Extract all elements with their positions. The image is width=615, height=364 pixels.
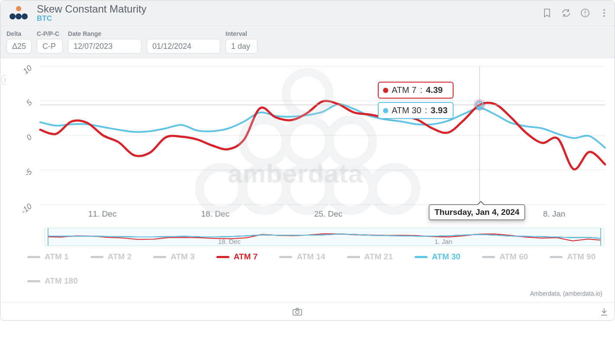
svg-point-3	[22, 13, 28, 19]
legend-item[interactable]: ATM 3	[153, 252, 195, 262]
svg-point-1	[10, 13, 16, 19]
svg-text:5: 5	[25, 98, 34, 107]
range-navigator[interactable]: 18. Dec 1. Jan	[45, 228, 604, 246]
legend-label: ATM 14	[296, 252, 325, 262]
svg-point-7	[603, 9, 605, 11]
svg-point-2	[16, 13, 22, 19]
card-footer	[0, 302, 615, 320]
interval-label: Interval	[225, 30, 258, 37]
legend-item[interactable]: ATM 60	[482, 252, 528, 262]
cp-group: C-P/P-C C-P	[37, 30, 63, 54]
tooltip-atm30-value: 3.93	[431, 105, 448, 115]
legend-label: ATM 21	[364, 252, 393, 262]
svg-text:8. Jan: 8. Jan	[543, 209, 566, 218]
legend-item[interactable]: ATM 7	[216, 252, 258, 262]
legend-label: ATM 7	[234, 252, 258, 262]
chart-title: Skew Constant Maturity	[37, 3, 146, 15]
titles: Skew Constant Maturity BTC	[37, 3, 146, 23]
legend-swatch	[415, 256, 428, 258]
series-tooltips: ATM 7: 4.39 ATM 30: 3.93	[378, 82, 454, 119]
svg-point-8	[603, 12, 605, 14]
legend-label: ATM 3	[171, 252, 195, 262]
legend-label: ATM 2	[108, 252, 132, 262]
cp-label: C-P/P-C	[37, 30, 63, 37]
legend: ATM 1ATM 2ATM 3ATM 7ATM 14ATM 21ATM 30AT…	[6, 246, 609, 287]
legend-item[interactable]: ATM 1	[27, 252, 69, 262]
svg-point-29	[477, 106, 482, 110]
svg-point-0	[16, 6, 21, 11]
more-icon[interactable]	[599, 8, 609, 18]
tooltip-atm7: ATM 7: 4.39	[378, 82, 454, 99]
legend-swatch	[27, 280, 40, 282]
svg-text:-5: -5	[23, 167, 34, 178]
card: Skew Constant Maturity BTC Delta Δ25 C-P…	[0, 0, 615, 321]
svg-text:18. Dec: 18. Dec	[201, 209, 229, 218]
legend-swatch	[482, 256, 495, 258]
interval-select[interactable]: 1 day	[225, 39, 258, 54]
legend-item[interactable]: ATM 90	[550, 252, 596, 262]
refresh-icon[interactable]	[561, 8, 571, 18]
tooltip-atm7-value: 4.39	[426, 85, 443, 95]
delta-group: Delta Δ25	[6, 30, 32, 54]
dot-icon	[383, 88, 388, 93]
brand-logo	[6, 3, 31, 22]
delta-label: Delta	[6, 30, 32, 37]
legend-item[interactable]: ATM 30	[415, 252, 460, 262]
svg-text:-10: -10	[19, 202, 34, 216]
svg-text:10: 10	[21, 64, 33, 76]
legend-item[interactable]: ATM 2	[90, 252, 132, 262]
nav-tick: 18. Dec	[218, 238, 241, 245]
legend-swatch	[347, 256, 360, 258]
nav-handle-left[interactable]	[45, 228, 48, 246]
nav-tick: 1. Jan	[435, 238, 452, 245]
bookmark-icon[interactable]	[542, 8, 552, 18]
legend-item[interactable]: ATM 180	[27, 276, 78, 286]
legend-swatch	[279, 256, 292, 258]
date-end-input[interactable]: 01/12/2024	[147, 39, 220, 54]
line-chart[interactable]: -10-5051011. Dec18. Dec25. Dec1. Jan8. J…	[6, 62, 609, 222]
svg-text:25. Dec: 25. Dec	[314, 209, 342, 218]
legend-swatch	[90, 256, 103, 258]
legend-swatch	[216, 256, 229, 258]
tooltip-atm7-label: ATM 7	[392, 85, 416, 95]
legend-label: ATM 1	[45, 252, 69, 262]
svg-text:11. Dec: 11. Dec	[88, 209, 116, 218]
date-start-input[interactable]: 12/07/2023	[68, 39, 142, 54]
controls-row: Delta Δ25 C-P/P-C C-P Date Range 12/07/2…	[0, 26, 615, 58]
legend-item[interactable]: ATM 14	[279, 252, 325, 262]
alert-icon[interactable]	[580, 8, 590, 18]
svg-text:0: 0	[25, 133, 34, 142]
download-button[interactable]	[594, 307, 615, 316]
legend-label: ATM 30	[432, 252, 460, 262]
svg-point-6	[585, 15, 586, 16]
legend-label: ATM 180	[45, 276, 78, 286]
card-header: Skew Constant Maturity BTC	[0, 0, 615, 26]
cp-select[interactable]: C-P	[37, 39, 63, 54]
credits: Amberdata, (amberdata.io)	[6, 287, 609, 300]
legend-label: ATM 90	[567, 252, 596, 262]
screenshot-button[interactable]	[287, 307, 308, 316]
tooltip-date: Thursday, Jan 4, 2024	[429, 204, 525, 220]
chart-area: -10-5051011. Dec18. Dec25. Dec1. Jan8. J…	[0, 58, 615, 302]
legend-swatch	[153, 256, 166, 258]
date-range-group: Date Range 12/07/2023 01/12/2024	[68, 30, 220, 54]
dot-icon	[383, 108, 388, 113]
header-actions	[542, 8, 609, 18]
legend-label: ATM 60	[499, 252, 528, 262]
nav-handle-right[interactable]	[600, 228, 604, 246]
chart-subtitle: BTC	[37, 14, 146, 23]
tooltip-atm30: ATM 30: 3.93	[378, 102, 454, 119]
delta-select[interactable]: Δ25	[6, 39, 32, 54]
svg-point-9	[603, 15, 605, 17]
legend-swatch	[27, 256, 40, 258]
date-range-label: Date Range	[68, 30, 220, 37]
tooltip-atm30-label: ATM 30	[392, 105, 422, 115]
legend-item[interactable]: ATM 21	[347, 252, 393, 262]
interval-group: Interval 1 day	[225, 30, 258, 54]
legend-swatch	[550, 256, 563, 258]
svg-point-40	[296, 310, 299, 314]
